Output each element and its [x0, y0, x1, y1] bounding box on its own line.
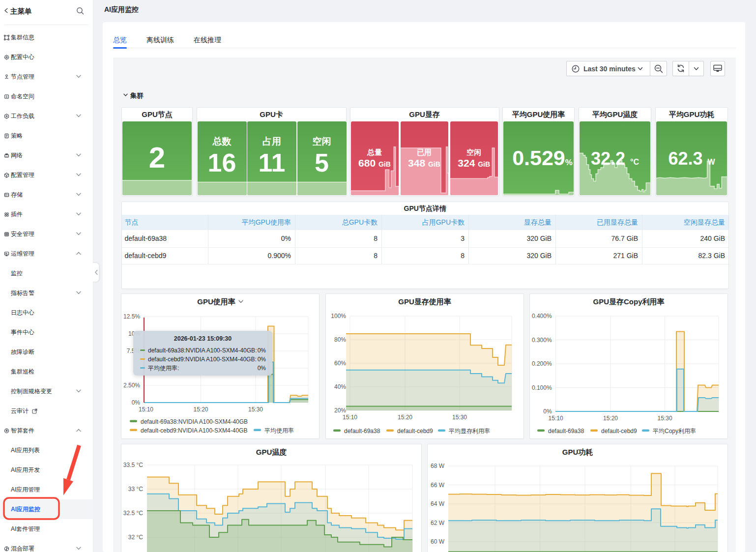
svg-text:60 W: 60 W [431, 538, 445, 545]
svg-text:15:10: 15:10 [343, 414, 357, 421]
svg-text:15:30: 15:30 [658, 415, 672, 422]
svg-text:15:30: 15:30 [452, 414, 467, 421]
svg-text:0.100%: 0.100% [532, 384, 552, 391]
svg-text:15:10: 15:10 [549, 415, 563, 422]
svg-text:60%: 60% [334, 360, 346, 367]
svg-text:0.300%: 0.300% [532, 337, 552, 344]
svg-text:100%: 100% [331, 313, 346, 320]
svg-text:62 W: 62 W [431, 520, 445, 526]
svg-text:0.200%: 0.200% [532, 360, 552, 367]
svg-text:default-69a38: default-69a38 [344, 428, 380, 435]
svg-text:20%: 20% [334, 407, 346, 414]
svg-text:default-cebd9:NVIDIA A100-SXM4: default-cebd9:NVIDIA A100-SXM4-40GB [141, 427, 247, 434]
svg-text:40%: 40% [334, 383, 346, 390]
svg-text:15:20: 15:20 [603, 415, 618, 422]
svg-text:64 W: 64 W [431, 500, 445, 507]
svg-text:66 W: 66 W [431, 482, 445, 489]
svg-text:平均使用率: 平均使用率 [264, 427, 294, 434]
svg-text:default-cebd9: default-cebd9 [601, 428, 637, 435]
svg-text:平均显存利用率: 平均显存利用率 [449, 428, 490, 435]
svg-text:0%: 0% [543, 408, 552, 415]
svg-text:68 W: 68 W [431, 463, 445, 469]
svg-text:32 °C: 32 °C [128, 534, 143, 541]
svg-text:0.400%: 0.400% [532, 313, 552, 320]
svg-text:15:20: 15:20 [398, 414, 412, 421]
svg-text:default-69a38:NVIDIA A100-SXM4: default-69a38:NVIDIA A100-SXM4-40GB [141, 418, 248, 425]
svg-text:default-cebd9: default-cebd9 [397, 428, 433, 435]
svg-text:15:30: 15:30 [248, 406, 263, 413]
svg-text:0%: 0% [132, 399, 141, 406]
svg-text:平均Copy利用率: 平均Copy利用率 [653, 428, 696, 435]
svg-text:15:10: 15:10 [139, 406, 153, 413]
svg-text:15:20: 15:20 [193, 406, 208, 413]
svg-text:default-69a38: default-69a38 [548, 428, 584, 435]
svg-text:80%: 80% [334, 336, 346, 343]
svg-text:33 °C: 33 °C [128, 486, 143, 493]
